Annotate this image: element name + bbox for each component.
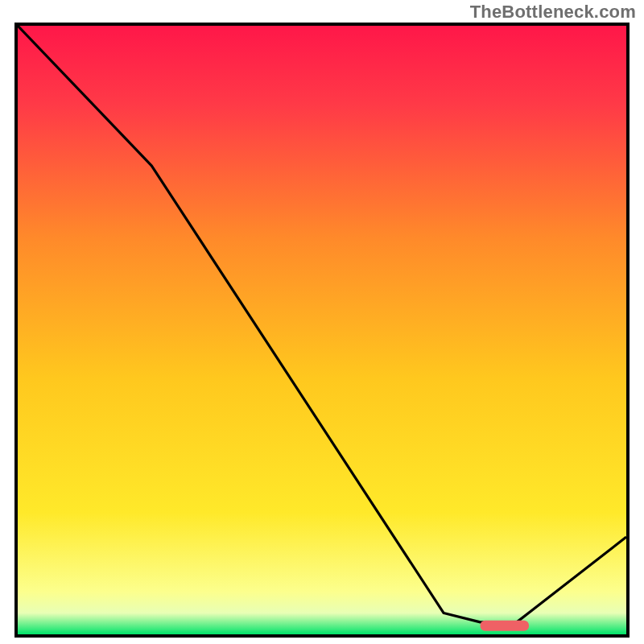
- chart-root: TheBottleneck.com: [0, 0, 644, 644]
- watermark-text: TheBottleneck.com: [470, 2, 636, 23]
- sweet-spot-marker: [481, 621, 529, 631]
- gradient-background: [18, 26, 626, 634]
- plot-area: [14, 23, 630, 638]
- chart-svg: [18, 26, 626, 634]
